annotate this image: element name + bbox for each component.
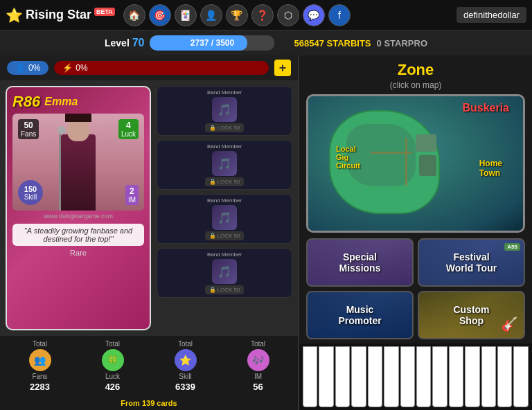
custom-shop-button[interactable]: CustomShop 🎸: [418, 291, 525, 339]
piano-key-11: [465, 346, 479, 407]
total-skill: Total ⭐ Skill 6339: [175, 340, 197, 392]
level-label: Level 70: [105, 37, 145, 49]
piano-key-10: [449, 346, 463, 407]
starbits-display: 568547 STARBITS: [294, 38, 371, 48]
star-icon: ⭐: [6, 7, 23, 24]
person-icon: 👤: [15, 63, 26, 73]
piano-keys: [299, 344, 532, 410]
card-website: www.risingstargame.com: [12, 213, 144, 220]
action-buttons: SpecialMissions FestivalWorld Tour A55 M…: [299, 238, 532, 344]
total-luck: Total 🍀 Luck 426: [102, 340, 124, 392]
card-stat-im: 2 IM: [125, 185, 139, 205]
piano-key-2: [319, 346, 333, 407]
im-icon: 🎶: [247, 349, 269, 371]
map-background: Buskeria LocalGigCircuit HomeTown: [308, 96, 523, 231]
piano-key-5: [368, 346, 382, 407]
logo: ⭐ Rising Star BETA: [6, 7, 115, 24]
total-im-value: 56: [253, 382, 263, 392]
buskeria-label: Buskeria: [462, 102, 509, 114]
hometown-label: HomeTown: [479, 159, 502, 178]
nav-hive-icon[interactable]: ⬡: [277, 4, 299, 26]
piano-key-6: [384, 346, 398, 407]
festival-world-tour-button[interactable]: FestivalWorld Tour A55: [418, 238, 525, 287]
band-member-locked-2: 🔒 LOCK 50: [205, 177, 245, 186]
card-image: 50 Fans 4 Luck 150 Skill 2 IM: [12, 114, 144, 211]
band-member-3[interactable]: Band Member 🎵 🔒 LOCK 50: [157, 194, 292, 244]
app-title: Rising Star: [26, 8, 91, 22]
zone-subtitle: (click on map): [299, 80, 532, 90]
band-member-1[interactable]: Band Member 🎵 🔒 LOCK 50: [157, 86, 292, 136]
xp-text: 2737 / 3500: [190, 38, 234, 48]
band-member-label-3: Band Member: [207, 197, 242, 204]
music-promoter-button[interactable]: MusicPromoter: [306, 291, 414, 339]
piano-key-8: [416, 346, 431, 407]
band-member-label-2: Band Member: [207, 143, 242, 150]
top-navigation: ⭐ Rising Star BETA 🏠 🎯 🃏 👤 🏆 ❓ ⬡ 💬 f def…: [0, 0, 532, 30]
band-members: Band Member 🎵 🔒 LOCK 50 Band Member 🎵 🔒 …: [157, 86, 292, 330]
special-missions-label: SpecialMissions: [339, 251, 381, 274]
ego-bar: 👤 0%: [7, 61, 48, 75]
total-skill-value: 6339: [175, 382, 195, 392]
band-member-label-4: Band Member: [207, 251, 242, 258]
nav-facebook-icon[interactable]: f: [328, 4, 351, 26]
from-cards: From 139 cards: [0, 396, 298, 410]
level-bar: Level 70 2737 / 3500 568547 STARBITS 0 S…: [0, 30, 532, 55]
piano-key-14: [513, 346, 528, 407]
card-area: R86 Emma: [0, 80, 298, 336]
card-description: "A steadily growing fanbase and destined…: [12, 224, 144, 246]
xp-bar: 2737 / 3500: [150, 35, 274, 51]
main-content: 👤 0% ⚡ 0% + R86 Emma: [0, 55, 532, 410]
plus-button[interactable]: +: [274, 60, 291, 76]
starpro-display: 0 STARPRO: [377, 38, 427, 48]
card-stat-luck: 4 Luck: [118, 119, 139, 139]
nav-discord-icon[interactable]: 💬: [303, 4, 325, 26]
piano-key-12: [481, 346, 496, 407]
piano-key-3: [335, 346, 350, 407]
music-promoter-label: MusicPromoter: [338, 304, 381, 326]
skill-icon: ⭐: [175, 349, 197, 371]
luck-icon: 🍀: [102, 349, 124, 371]
band-member-4[interactable]: Band Member 🎵 🔒 LOCK 50: [157, 248, 292, 298]
band-member-icon-2: 🎵: [212, 151, 237, 176]
nav-cards-icon[interactable]: 🃏: [175, 4, 197, 26]
total-luck-value: 426: [105, 382, 121, 392]
band-member-2[interactable]: Band Member 🎵 🔒 LOCK 50: [157, 140, 292, 190]
lightning-icon: ⚡: [62, 63, 73, 73]
band-member-locked-4: 🔒 LOCK 50: [205, 285, 245, 294]
band-member-icon-3: 🎵: [212, 205, 237, 230]
total-fans-value: 2283: [30, 382, 50, 392]
drunk-bar: ⚡ 0%: [54, 61, 269, 75]
card-rarity: R86: [12, 93, 40, 111]
band-member-icon-1: 🎵: [212, 97, 237, 122]
piano-key-13: [497, 346, 512, 407]
band-member-label-1: Band Member: [207, 89, 242, 96]
special-missions-button[interactable]: SpecialMissions: [306, 238, 414, 287]
stat-bars: 👤 0% ⚡ 0% +: [0, 55, 298, 80]
map-container[interactable]: Buskeria LocalGigCircuit HomeTown: [306, 94, 525, 233]
festival-world-tour-label: FestivalWorld Tour: [446, 251, 497, 274]
card-stat-skill: 150 Skill: [18, 180, 43, 205]
user-tag[interactable]: definithedollar: [456, 7, 526, 23]
fans-icon: 👥: [29, 349, 51, 371]
custom-shop-label: CustomShop: [453, 304, 489, 326]
piano-section: [299, 344, 532, 410]
total-im: Total 🎶 IM 56: [247, 340, 269, 392]
guitar-icon: 🎸: [501, 316, 518, 332]
nav-home-icon[interactable]: 🏠: [123, 4, 145, 26]
nav-trophy-icon[interactable]: 🏆: [226, 4, 248, 26]
ass-badge: A55: [504, 243, 520, 251]
piano-key-1: [303, 346, 317, 407]
card-stat-fans: 50 Fans: [18, 119, 39, 139]
band-member-locked-3: 🔒 LOCK 50: [205, 231, 245, 240]
totals-row: Total 👥 Fans 2283 Total 🍀 Luck 426 Total…: [0, 336, 298, 396]
character-card[interactable]: R86 Emma: [6, 86, 151, 330]
nav-help-icon[interactable]: ❓: [251, 4, 274, 26]
card-type: Rare: [12, 249, 144, 257]
nav-avatar-icon[interactable]: 👤: [200, 4, 222, 26]
drunk-value: 0%: [76, 63, 87, 73]
nav-missions-icon[interactable]: 🎯: [149, 4, 171, 26]
ego-value: 0%: [28, 63, 40, 73]
nav-icons: 🏠 🎯 🃏 👤 🏆 ❓ ⬡ 💬 f: [123, 4, 351, 26]
zone-title: Zone: [299, 55, 532, 80]
card-header: R86 Emma: [12, 93, 144, 111]
